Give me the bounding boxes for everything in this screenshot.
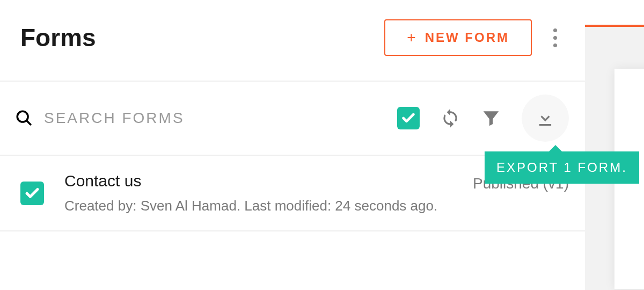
- dot-icon: [553, 36, 557, 40]
- page-title: Forms: [20, 23, 384, 52]
- row-subtitle: Created by: Sven Al Hamad. Last modified…: [64, 198, 452, 214]
- toolbar-actions: [397, 95, 569, 142]
- export-button[interactable]: [522, 95, 569, 142]
- search-icon: [15, 109, 33, 127]
- svg-point-0: [17, 111, 28, 122]
- filter-icon: [481, 108, 501, 128]
- search-input[interactable]: [44, 110, 386, 127]
- filter-button[interactable]: [481, 108, 501, 128]
- select-all-checkbox[interactable]: [397, 107, 420, 129]
- row-title: Contact us: [64, 172, 452, 190]
- toolbar: [0, 81, 585, 156]
- refresh-button[interactable]: [440, 108, 460, 128]
- row-body: Contact us Created by: Sven Al Hamad. La…: [64, 172, 452, 214]
- page-header: Forms + NEW FORM: [0, 0, 585, 81]
- dot-icon: [553, 28, 557, 32]
- more-menu-button[interactable]: [541, 23, 569, 53]
- dot-icon: [553, 44, 557, 47]
- download-icon: [535, 108, 555, 128]
- plus-icon: +: [407, 30, 417, 45]
- svg-line-1: [26, 120, 31, 125]
- refresh-icon: [440, 108, 460, 128]
- check-icon: [401, 111, 416, 126]
- export-tooltip: EXPORT 1 FORM.: [485, 151, 639, 184]
- new-form-label: NEW FORM: [425, 30, 509, 45]
- new-form-button[interactable]: + NEW FORM: [384, 19, 532, 56]
- check-icon: [24, 185, 40, 201]
- row-checkbox[interactable]: [20, 182, 44, 205]
